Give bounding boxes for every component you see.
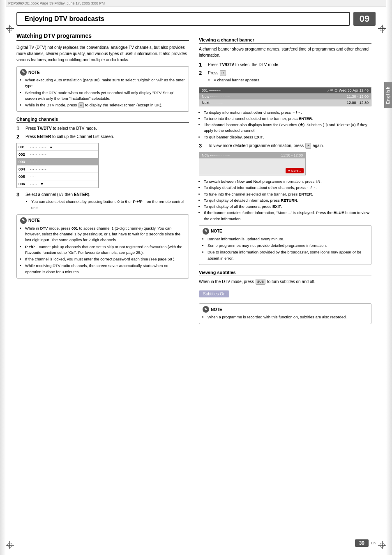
sub-heading-subtitles: Viewing subtitles	[199, 270, 371, 276]
note-item: While receiving DTV radio channels, the …	[25, 263, 185, 275]
left-column: Watching DTV programmes Digital TV (DTV)…	[16, 32, 189, 327]
corner-mark-tl	[6, 25, 14, 33]
section-heading-watching: Watching DTV programmes	[16, 32, 189, 41]
page-number: 39	[355, 539, 369, 547]
banner-next-label: Next ············	[202, 101, 223, 105]
bullet-item: To display detailed information about ot…	[204, 185, 371, 191]
more-info-now-time: 11:30 - 12:00	[281, 153, 303, 157]
note-box-1: ✎ NOTE When executing Auto Installation …	[16, 66, 189, 112]
channel-row: 006 ······ ▼	[17, 180, 98, 188]
note-title-3: ✎ NOTE	[203, 228, 368, 235]
bullet-item: To tune into the channel selected on the…	[204, 116, 371, 122]
bullet-item: If the banner contains further informati…	[204, 210, 371, 222]
note-list-3: Banner information is updated every minu…	[203, 236, 368, 261]
step-2: 2 Press ENTER to call up the Channel Lis…	[16, 134, 189, 140]
intro-text-banner: A channel banner shows programme names, …	[199, 46, 371, 58]
step-3-sub: You can also select channels by pressing…	[25, 199, 189, 211]
step-3-container: 3 Select a channel (↑/↓ then ENTER). You…	[16, 191, 189, 211]
note-item: When executing Auto Installation (page 3…	[25, 77, 185, 89]
note-icon-3: ✎	[203, 228, 209, 235]
left-edge-decoration	[0, 0, 6, 555]
bullets-after-banner: To display information about other chann…	[199, 110, 371, 140]
channel-row: 002 ············	[17, 151, 98, 158]
right-column: Viewing a channel banner A channel banne…	[199, 32, 371, 327]
note-icon-1: ✎	[20, 69, 27, 76]
bullet-item: The channel banner also displays icons f…	[204, 122, 371, 134]
sub-bullet-item: A channel banner appears.	[214, 77, 371, 83]
more-info-box: Now ··················· 11:30 - 12:00 ● …	[199, 152, 306, 175]
note-item: If the channel is locked, you must enter…	[25, 256, 185, 262]
note-list-1: When executing Auto Installation (page 3…	[20, 77, 185, 108]
step-3: 3 Select a channel (↑/↓ then ENTER). You…	[16, 191, 189, 211]
banner-next-row: Next ············ 12:00 - 12:30	[199, 100, 371, 106]
banner-now-label: Now ···················	[202, 94, 230, 99]
note-item: When a programme is recorded with this f…	[208, 314, 368, 320]
note-icon-2: ✎	[20, 217, 27, 224]
page-footer: 39 En	[355, 539, 376, 547]
steps-changing-channels: 1 Press TV/DTV to select the DTV mode. 2…	[16, 125, 189, 140]
chapter-number: 09	[353, 12, 376, 26]
step-r1: 1 Press TV/DTV to select the DTV mode.	[199, 62, 371, 68]
banner-top-row: 001 ············ ♪ ✉ ⊡ Wed.30.Apr 12:46	[199, 88, 371, 94]
subtitles-button-icon: SUB	[256, 279, 265, 285]
note-box-2: ✎ NOTE While in DTV mode, press 001 to a…	[16, 214, 189, 279]
channel-row-selected: 003 ······	[17, 158, 98, 166]
channel-row: 005 ····	[17, 173, 98, 180]
subtitles-on-button[interactable]: Subtitles On	[199, 290, 229, 297]
intro-text-watching: Digital TV (DTV) not only replaces the c…	[16, 44, 189, 63]
sub-heading-channel-banner: Viewing a channel banner	[199, 37, 371, 44]
banner-now-row: Now ··················· 11:30 - 12:00	[199, 94, 371, 100]
note-item: Banner information is updated every minu…	[208, 236, 368, 242]
bullet-item: To quit display of detailed information,…	[204, 198, 371, 203]
steps-banner: 1 Press TV/DTV to select the DTV mode. 2…	[199, 62, 371, 84]
page-language: En	[371, 541, 376, 545]
bullet-item: To quit display of all the banners, pres…	[204, 204, 371, 210]
banner-icons-date: ♪ ✉ ⊡ Wed.30.Apr 12:46	[327, 88, 369, 92]
bullet-item: To tune into the channel selected on the…	[204, 191, 371, 197]
step-r2: 2 Press i+. A channel banner appears.	[199, 70, 371, 84]
step-1: 1 Press TV/DTV to select the DTV mode.	[16, 125, 189, 131]
sub-bullet-item: You can also select channels by pressing…	[31, 199, 189, 211]
corner-mark-bl	[6, 541, 14, 549]
note-title-2: ✎ NOTE	[20, 217, 185, 224]
content-area: Watching DTV programmes Digital TV (DTV)…	[16, 32, 376, 327]
channel-list: 001 ············ ▲ 002 ············ 003 …	[16, 143, 99, 188]
more-info-now-label: Now ···················	[202, 153, 230, 157]
channel-banner-display: 001 ············ ♪ ✉ ⊡ Wed.30.Apr 12:46 …	[199, 87, 371, 106]
note-item: While in DTV mode, press 001 to access c…	[25, 226, 185, 243]
note-title-4: ✎ NOTE	[203, 306, 368, 313]
chapter-title: Enjoying DTV broadcasts	[16, 12, 350, 26]
info-button-icon-2: i+	[305, 143, 311, 149]
bullets-after-more: To switch between Now and Next programme…	[199, 179, 371, 222]
page: English PDP506XDE.book Page 39 Friday, J…	[0, 0, 392, 555]
chapter-header: Enjoying DTV broadcasts 09	[16, 12, 376, 26]
channel-row: 004 ············	[17, 166, 98, 173]
step-r2-sub: A channel banner appears.	[208, 77, 371, 83]
note-item: Selecting the DTV mode when no channels …	[25, 90, 185, 102]
banner-now-time: 11:30 - 12:00	[347, 94, 369, 99]
step-r3-container: 3 To view more detailed programme inform…	[199, 143, 371, 149]
bullet-item: To quit banner display, press EXIT.	[204, 134, 371, 140]
note-item: While in the DTV mode, press ≡ to displa…	[25, 102, 185, 108]
banner-channel-num: 001 ············	[202, 88, 221, 92]
language-label: English	[384, 82, 392, 108]
note-item: Some programmes may not provide detailed…	[208, 243, 368, 249]
note-icon-4: ✎	[203, 306, 209, 313]
corner-mark-br	[378, 541, 386, 549]
file-info-bar: PDP506XDE.book Page 39 Friday, June 17, …	[0, 0, 392, 7]
bullet-item: To display information about other chann…	[204, 110, 371, 115]
note-item: Due to inaccurate information provided b…	[208, 249, 368, 261]
teletext-button-icon: ≡	[78, 102, 84, 108]
corner-mark-tr	[378, 25, 386, 33]
note-item: P +/P – cannot pick up channels that are…	[25, 244, 185, 256]
bullet-item: To switch between Now and Next programme…	[204, 179, 371, 184]
more-info-top-row: Now ··················· 11:30 - 12:00	[199, 152, 305, 159]
intro-text-subtitles: When in the DTV mode, press SUB to turn …	[199, 279, 371, 285]
channel-row: 001 ············ ▲	[17, 143, 98, 151]
more-button[interactable]: ● More...	[286, 168, 304, 173]
file-info-text: PDP506XDE.book Page 39 Friday, June 17, …	[8, 1, 105, 5]
note-list-4: When a programme is recorded with this f…	[203, 314, 368, 320]
sub-heading-changing-channels: Changing channels	[16, 117, 189, 123]
note-box-4: ✎ NOTE When a programme is recorded with…	[199, 303, 371, 324]
step-r3: 3 To view more detailed programme inform…	[199, 143, 371, 149]
